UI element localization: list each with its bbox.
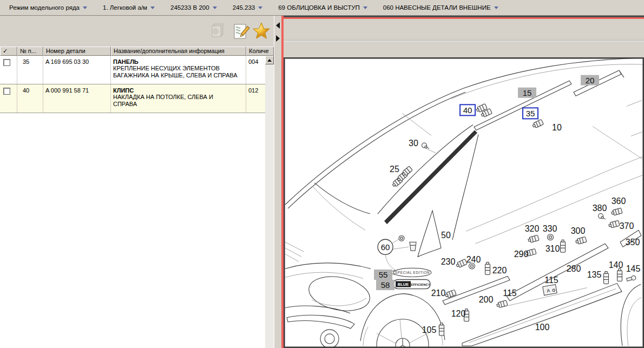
clip-fastener-icon [528,235,539,243]
row-part-number: A 000 991 58 71 [43,84,111,113]
svg-text:25: 25 [390,164,399,174]
parts-diagram: SPECIAL EDITION BLUE EFFICIENCY A 152055… [285,58,643,347]
part-callout-50[interactable]: 50 [441,230,451,240]
part-callout-35[interactable]: 35 [523,108,538,119]
part-callout-220[interactable]: 220 [492,265,507,275]
table-row-pos-40[interactable]: 40 A 000 991 58 71 КЛИПС НАКЛАДКА НА ПОТ… [0,84,265,113]
parts-list-panel: ✓ № п... Номер детали Название/дополните… [0,16,274,348]
row-pos: 40 [17,84,43,113]
svg-text:320: 320 [525,224,540,233]
svg-text:200: 200 [479,294,494,304]
svg-text:115: 115 [544,275,558,285]
menu-subgroup[interactable]: 060 НАВЕСНЫЕ ДЕТАЛИ ВНЕШНИЕ [378,3,503,12]
blue-efficiency-badge: BLUE EFFICIENCY [393,280,430,289]
part-callout-200[interactable]: 200 [479,294,494,304]
svg-text:BLUE: BLUE [398,282,409,287]
collapse-right-icon[interactable] [276,35,280,42]
part-callout-25[interactable]: 25 [390,164,399,174]
row-name-cell: КЛИПС НАКЛАДКА НА ПОТОЛКЕ, СЛЕВА И СПРАВ… [111,84,246,113]
header-check-column: ✓ [0,47,17,56]
part-callout-20[interactable]: 20 [581,75,599,86]
part-callout-40[interactable]: 40 [460,104,475,115]
svg-text:100: 100 [535,322,550,332]
header-name-column: Название/дополнительная информация [111,47,246,56]
part-callout-290[interactable]: 290 [514,249,529,259]
part-callout-60[interactable]: 60 [378,239,393,254]
svg-text:115: 115 [503,288,517,298]
part-callout-115[interactable]: 115 [544,275,558,285]
table-row-pos-35[interactable]: 35 A 169 695 03 30 ПАНЕЛЬ КРЕПЛЕНИЕ НЕСУ… [0,56,265,84]
part-callout-230[interactable]: 230 [441,257,456,266]
table-vertical-scrollbar[interactable] [265,56,274,348]
clip-fastener-icon [608,220,620,228]
panel-splitter[interactable] [274,16,281,348]
svg-text:370: 370 [620,221,634,231]
chevron-down-icon [83,6,87,9]
collapse-left-icon[interactable] [276,22,280,29]
part-callout-360[interactable]: 360 [612,196,626,206]
part-callout-30[interactable]: 30 [409,138,418,148]
menu-vehicle-class[interactable]: 1. Легковой а/м [98,3,160,12]
part-callout-100[interactable]: 100 [535,322,550,332]
copy-documents-icon[interactable] [209,22,227,41]
diagram-toolbar-row1 [284,19,644,41]
vclip-fastener-icon [604,271,609,284]
part-callout-350[interactable]: 350 [626,237,640,247]
part-callout-10[interactable]: 10 [552,122,562,132]
part-callout-320[interactable]: 320 [525,224,540,233]
chevron-down-icon [213,6,217,9]
part-callout-140[interactable]: 140 [609,260,623,270]
part-callout-330[interactable]: 330 [543,224,557,233]
part-callout-15[interactable]: 15 [518,88,536,98]
part-callout-145[interactable]: 145 [626,264,641,273]
part-callout-370[interactable]: 370 [620,221,634,231]
edit-note-icon[interactable] [232,22,250,41]
grommet-fastener-icon [548,234,554,240]
part-callout-135[interactable]: 135 [587,270,602,279]
clip-fastener-icon [532,120,543,129]
favorite-star-icon[interactable] [251,21,272,42]
svg-text:105: 105 [422,325,437,334]
screw-fastener-icon [422,143,430,149]
clip-fastener-icon [456,259,467,268]
bracket-fastener-icon [410,242,416,251]
part-callout-120[interactable]: 120 [451,308,466,318]
svg-text:135: 135 [587,270,602,279]
part-callout-55[interactable]: 55 [374,270,392,280]
clip-fastener-icon [496,300,508,308]
part-callout-58[interactable]: 58 [376,280,395,290]
part-name: ПАНЕЛЬ [113,58,244,65]
part-callout-300[interactable]: 300 [571,226,586,235]
part-callout-210[interactable]: 210 [431,288,446,298]
part-callout-240[interactable]: 240 [466,254,481,264]
part-callout-280[interactable]: 280 [567,264,581,273]
svg-text:210: 210 [431,288,446,298]
menu-subgroup-label: 060 НАВЕСНЫЕ ДЕТАЛИ ВНЕШНИЕ [383,4,491,11]
row-part-number: A 169 695 03 30 [43,56,111,84]
part-callout-380[interactable]: 380 [593,203,607,213]
chevron-down-icon [494,6,498,9]
clip-fastener-icon [611,208,622,216]
svg-text:55: 55 [379,270,388,279]
menu-group-label: 69 ОБЛИЦОВКА И ВЫСТУП [278,4,360,11]
row-name-cell: ПАНЕЛЬ КРЕПЛЕНИЕ НЕСУЩИХ ЭЛЕМЕНТОВ БАГАЖ… [111,56,246,84]
menu-mode[interactable]: Режим модельного ряда [4,3,92,12]
row-qty: 012 [246,84,265,113]
menu-group[interactable]: 69 ОБЛИЦОВКА И ВЫСТУП [273,3,372,12]
svg-text:58: 58 [381,280,390,290]
part-callout-310[interactable]: 310 [546,244,560,253]
menu-model-code[interactable]: 245.233 [228,3,268,12]
row-pos: 35 [17,56,43,84]
svg-text:60: 60 [381,242,390,252]
row-checkbox[interactable] [3,88,10,95]
part-callout-115[interactable]: 115 [503,288,517,298]
menu-model[interactable]: 245233 В 200 [166,3,222,12]
part-callout-105[interactable]: 105 [422,325,437,334]
header-qty-column: Количе [246,47,274,56]
scroll-up-button[interactable] [265,56,274,64]
part-desc-line2: СПРАВА [113,101,244,108]
part-desc-line1: НАКЛАДКА НА ПОТОЛКЕ, СЛЕВА И [113,94,244,101]
diagram-panel: SPECIAL EDITION BLUE EFFICIENCY A 152055… [281,16,644,348]
row-checkbox[interactable] [3,59,10,66]
parts-table-header: ✓ № п... Номер детали Название/дополните… [0,47,274,56]
